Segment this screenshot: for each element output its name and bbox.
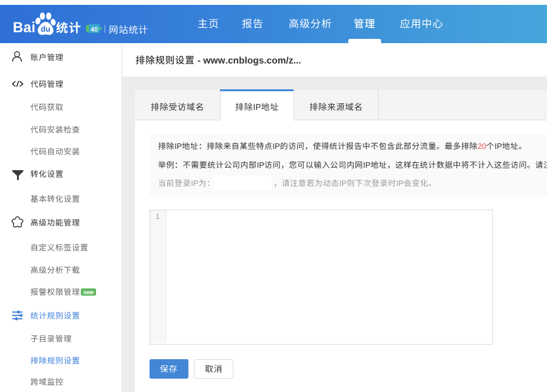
svg-text:new: new xyxy=(83,289,94,295)
